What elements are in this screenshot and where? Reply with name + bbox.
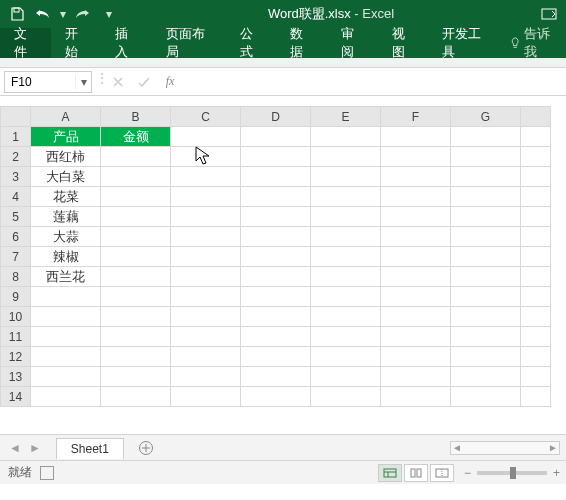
cell[interactable] [101,207,171,227]
undo-icon[interactable] [32,3,54,25]
row-header[interactable]: 14 [1,387,31,407]
cell[interactable]: 西兰花 [31,267,101,287]
cell[interactable] [381,267,451,287]
name-box-dropdown-icon[interactable]: ▾ [75,75,91,89]
tab-insert[interactable]: 插入 [101,28,152,58]
cell[interactable] [31,327,101,347]
cell[interactable] [521,287,551,307]
sheet-nav-prev-icon[interactable]: ◄ [6,441,24,455]
cell[interactable]: 金额 [101,127,171,147]
cell[interactable] [311,247,381,267]
cell[interactable] [311,267,381,287]
tab-file[interactable]: 文件 [0,28,51,58]
cell[interactable] [521,367,551,387]
tab-home[interactable]: 开始 [51,28,102,58]
cell[interactable] [171,227,241,247]
cell[interactable] [171,267,241,287]
cell[interactable] [101,267,171,287]
cell[interactable] [311,327,381,347]
cell[interactable] [241,127,311,147]
row-header[interactable]: 6 [1,227,31,247]
name-box[interactable] [5,75,75,89]
cell[interactable] [381,347,451,367]
cell[interactable] [381,167,451,187]
cell[interactable] [521,167,551,187]
cell[interactable] [311,307,381,327]
cell[interactable] [381,387,451,407]
cell[interactable] [451,387,521,407]
zoom-track[interactable] [477,471,547,475]
tab-formulas[interactable]: 公式 [226,28,277,58]
customize-qat-icon[interactable]: ▾ [98,3,120,25]
cell[interactable] [451,347,521,367]
cell[interactable]: 辣椒 [31,247,101,267]
cell[interactable] [381,227,451,247]
cell[interactable]: 莲藕 [31,207,101,227]
column-header[interactable]: C [171,107,241,127]
cell[interactable] [101,287,171,307]
cell[interactable] [101,147,171,167]
row-header[interactable]: 13 [1,367,31,387]
cell[interactable] [521,207,551,227]
cell[interactable] [241,267,311,287]
cell[interactable] [521,187,551,207]
cell[interactable] [451,147,521,167]
cell[interactable] [521,327,551,347]
row-header[interactable]: 1 [1,127,31,147]
formula-bar-input[interactable] [186,71,566,93]
sheet-nav-next-icon[interactable]: ► [26,441,44,455]
tab-view[interactable]: 视图 [378,28,429,58]
cell[interactable]: 大蒜 [31,227,101,247]
tab-data[interactable]: 数据 [276,28,327,58]
cell[interactable] [521,307,551,327]
cell[interactable] [171,127,241,147]
cell[interactable] [101,327,171,347]
cell[interactable] [381,247,451,267]
row-header[interactable]: 9 [1,287,31,307]
cell[interactable] [521,267,551,287]
cell[interactable] [311,187,381,207]
zoom-thumb[interactable] [510,467,516,479]
cell[interactable] [311,347,381,367]
cell[interactable] [171,287,241,307]
cell[interactable] [381,127,451,147]
cell[interactable] [521,247,551,267]
sheet-tab-active[interactable]: Sheet1 [56,438,124,459]
cell[interactable] [311,147,381,167]
cell[interactable] [241,347,311,367]
cell[interactable] [241,307,311,327]
row-header[interactable]: 2 [1,147,31,167]
select-all-cell[interactable] [1,107,31,127]
cell[interactable] [241,227,311,247]
cell[interactable]: 大白菜 [31,167,101,187]
cell[interactable] [311,167,381,187]
cell[interactable]: 产品 [31,127,101,147]
view-page-layout-button[interactable] [404,464,428,482]
cell[interactable] [171,187,241,207]
cell[interactable] [171,327,241,347]
redo-icon[interactable] [72,3,94,25]
cell[interactable] [101,167,171,187]
cell[interactable] [31,347,101,367]
cell[interactable] [381,287,451,307]
cell[interactable] [241,287,311,307]
zoom-in-icon[interactable]: + [553,466,560,480]
cell[interactable] [451,267,521,287]
cell[interactable] [311,207,381,227]
cell[interactable] [451,327,521,347]
cell[interactable] [101,187,171,207]
ribbon-options-icon[interactable] [536,3,562,25]
cell[interactable]: 花菜 [31,187,101,207]
cell[interactable] [171,347,241,367]
cell[interactable] [31,387,101,407]
cell[interactable] [101,227,171,247]
cell[interactable] [171,147,241,167]
horizontal-scrollbar[interactable]: ◄ ► [450,441,560,455]
cell[interactable] [241,247,311,267]
cell[interactable] [241,187,311,207]
cell[interactable] [171,247,241,267]
cell[interactable] [241,207,311,227]
worksheet-grid[interactable]: ABCDEFG1产品金额2西红柿3大白菜4花菜5莲藕6大蒜7辣椒8西兰花9101… [0,106,566,434]
cell[interactable] [101,387,171,407]
cell[interactable] [101,347,171,367]
